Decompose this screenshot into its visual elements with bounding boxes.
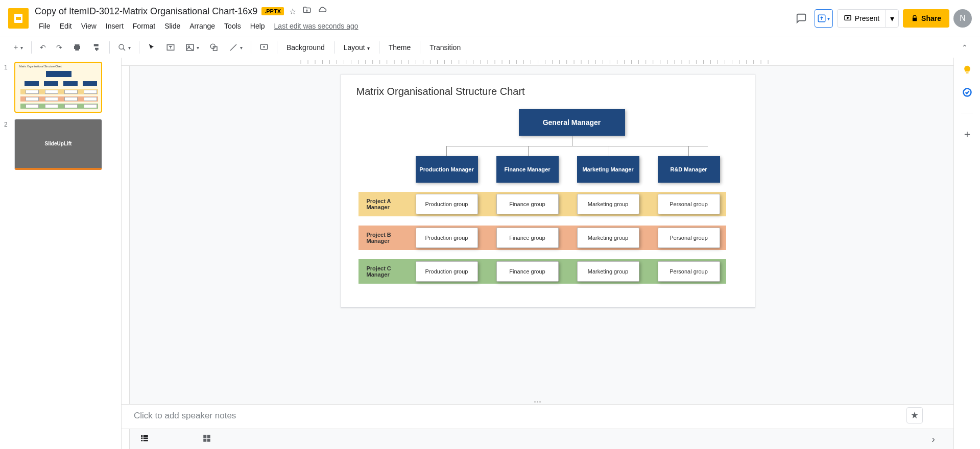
org-box-general-manager[interactable]: General Manager — [519, 109, 625, 136]
menu-view[interactable]: View — [77, 20, 101, 32]
slides-logo[interactable] — [8, 8, 29, 29]
textbox-tool[interactable] — [162, 41, 179, 54]
upload-icon — [817, 14, 826, 23]
slide-thumbnail-1[interactable]: Matrix Organisational Structure Chart — [14, 62, 102, 113]
chevron-up-icon: ⌃ — [962, 43, 968, 52]
project-label: Project A Manager — [358, 198, 408, 210]
org-box-group[interactable]: Production group — [416, 228, 478, 248]
org-box-group[interactable]: Personal group — [658, 261, 720, 282]
comments-button[interactable] — [792, 9, 810, 28]
canvas-area: ||||||||||||||||||||||||||||||||||||||||… — [122, 58, 953, 449]
play-icon — [844, 14, 852, 22]
menu-format[interactable]: Format — [129, 20, 159, 32]
present-button[interactable]: Present — [838, 10, 886, 27]
speaker-notes[interactable]: Click to add speaker notes — [122, 404, 953, 429]
image-tool[interactable]: ▾ — [181, 41, 203, 54]
slides-icon — [12, 12, 25, 24]
present-button-group: Present ▾ — [837, 9, 899, 28]
slide-canvas[interactable]: Matrix Organisational Structure Chart Ge… — [341, 74, 755, 308]
document-title[interactable]: Copy of ItemID-3012-Matrix Organisationa… — [35, 6, 257, 17]
org-box-manager[interactable]: Finance Manager — [496, 156, 559, 183]
undo-button[interactable]: ↶ — [36, 41, 50, 54]
org-box-group[interactable]: Finance group — [496, 261, 559, 282]
keep-icon — [962, 65, 972, 75]
filetype-badge: .PPTX — [261, 7, 284, 15]
redo-button[interactable]: ↷ — [52, 41, 66, 54]
org-box-group[interactable]: Personal group — [658, 228, 720, 248]
plus-icon: ＋ — [12, 43, 19, 52]
add-comment-icon — [259, 43, 269, 52]
footer: › — [122, 429, 953, 449]
zoom-button[interactable]: ▾ — [114, 41, 135, 54]
org-box-manager[interactable]: Production Manager — [416, 156, 478, 183]
menu-insert[interactable]: Insert — [102, 20, 128, 32]
theme-button[interactable]: Theme — [384, 41, 416, 54]
filmstrip-view-button[interactable] — [134, 431, 155, 448]
ruler-vertical[interactable] — [122, 66, 130, 449]
org-box-group[interactable]: Production group — [416, 261, 478, 282]
thumb-number: 1 — [4, 62, 14, 113]
thumb-number: 2 — [4, 119, 14, 170]
menu-tools[interactable]: Tools — [220, 20, 245, 32]
cursor-icon — [148, 43, 156, 52]
share-button[interactable]: Share — [903, 9, 949, 28]
shape-icon — [209, 43, 219, 52]
org-box-manager[interactable]: R&D Manager — [658, 156, 720, 183]
background-button[interactable]: Background — [281, 41, 330, 54]
select-tool[interactable] — [144, 41, 160, 54]
org-box-group[interactable]: Personal group — [658, 194, 720, 214]
keep-app-button[interactable] — [961, 64, 973, 76]
menu-arrange[interactable]: Arrange — [185, 20, 219, 32]
plus-icon: ＋ — [962, 127, 972, 141]
last-edit-link[interactable]: Last edit was seconds ago — [270, 20, 363, 32]
ruler-horizontal[interactable]: ||||||||||||||||||||||||||||||||||||||||… — [122, 58, 953, 66]
title-area: Copy of ItemID-3012-Matrix Organisationa… — [35, 5, 792, 32]
menu-file[interactable]: File — [35, 20, 55, 32]
collapse-toolbar-button[interactable]: ⌃ — [958, 41, 972, 54]
header: Copy of ItemID-3012-Matrix Organisationa… — [0, 0, 980, 37]
tasks-app-button[interactable] — [961, 86, 973, 98]
shape-tool[interactable] — [205, 41, 223, 54]
explore-button[interactable] — [906, 407, 923, 423]
slide-title[interactable]: Matrix Organisational Structure Chart — [356, 86, 525, 97]
menu-edit[interactable]: Edit — [56, 20, 76, 32]
toolbar: ＋▾ ↶ ↷ ▾ ▾ ▾ Background Layout ▾ Theme T… — [0, 37, 980, 58]
menu-help[interactable]: Help — [246, 20, 269, 32]
present-dropdown[interactable]: ▾ — [886, 10, 898, 27]
org-box-group[interactable]: Finance group — [496, 194, 559, 214]
connector-line — [528, 146, 529, 156]
grid-view-button[interactable] — [196, 431, 218, 448]
speaker-notes-placeholder: Click to add speaker notes — [134, 411, 236, 420]
slide-thumbnail-2[interactable]: SlideUpLift — [14, 119, 102, 170]
paint-format-button[interactable] — [88, 41, 105, 54]
org-box-group[interactable]: Finance group — [496, 228, 559, 248]
star-icon[interactable]: ☆ — [288, 6, 297, 17]
comment-tool[interactable] — [255, 41, 273, 54]
share-label: Share — [921, 14, 941, 22]
org-box-group[interactable]: Marketing group — [577, 228, 639, 248]
chevron-right-icon: › — [931, 433, 935, 444]
expand-sidepanel-button[interactable]: › — [925, 430, 941, 448]
connector-line — [688, 146, 689, 156]
layout-button[interactable]: Layout ▾ — [339, 41, 375, 54]
new-slide-button[interactable]: ＋▾ — [8, 41, 27, 54]
menu-slide[interactable]: Slide — [160, 20, 184, 32]
addons-button[interactable]: ＋ — [961, 128, 973, 140]
org-box-group[interactable]: Marketing group — [577, 261, 639, 282]
connector-line — [446, 146, 447, 156]
org-box-group[interactable]: Marketing group — [577, 194, 639, 214]
account-avatar[interactable]: N — [953, 9, 972, 28]
print-icon — [73, 43, 82, 52]
transition-button[interactable]: Transition — [424, 41, 466, 54]
cloud-status-icon[interactable] — [317, 5, 328, 18]
org-box-manager[interactable]: Marketing Manager — [577, 156, 639, 183]
move-folder-icon[interactable] — [301, 5, 313, 18]
chevron-down-icon: ▾ — [890, 14, 894, 23]
org-box-group[interactable]: Production group — [416, 194, 478, 214]
line-icon — [229, 43, 238, 52]
present-label: Present — [855, 14, 879, 22]
print-button[interactable] — [68, 41, 86, 54]
chevron-down-icon: ▾ — [367, 45, 370, 51]
upload-button[interactable]: ▾ — [815, 9, 833, 28]
line-tool[interactable]: ▾ — [225, 41, 247, 54]
